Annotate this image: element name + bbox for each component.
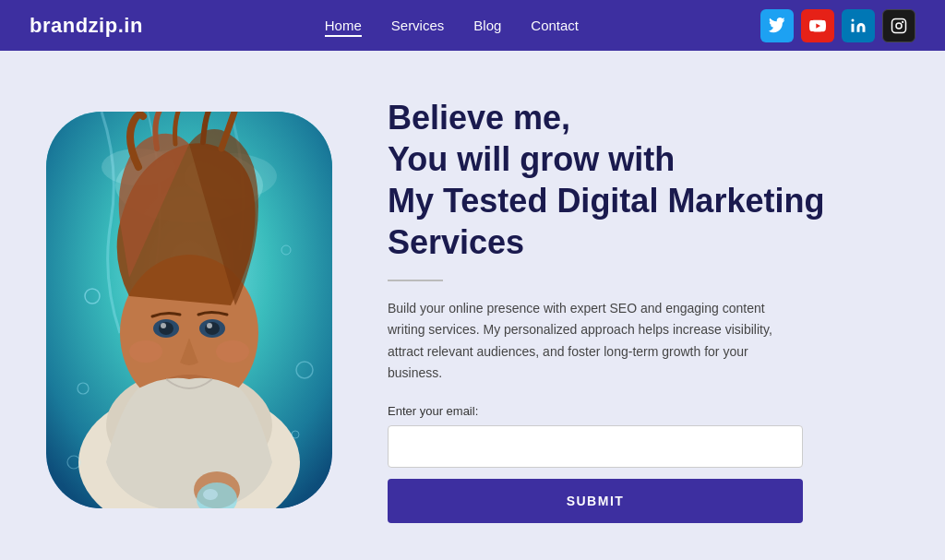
nav-item-home[interactable]: Home	[325, 18, 362, 34]
svg-point-20	[216, 340, 249, 363]
nav-link-contact[interactable]: Contact	[531, 18, 579, 33]
nav-link-blog[interactable]: Blog	[473, 18, 501, 33]
email-input[interactable]	[388, 425, 803, 468]
heading-line4: Services	[388, 223, 524, 261]
svg-point-0	[851, 18, 854, 21]
svg-point-19	[129, 340, 162, 363]
linkedin-icon	[850, 18, 867, 34]
linkedin-button[interactable]	[842, 9, 875, 42]
hero-heading: Believe me, You will grow with My Tested…	[388, 97, 890, 263]
svg-point-3	[902, 20, 903, 22]
email-label: Enter your email:	[388, 404, 890, 418]
svg-rect-1	[891, 18, 905, 32]
social-links	[760, 9, 915, 42]
svg-point-15	[205, 322, 220, 335]
twitter-icon	[769, 18, 785, 34]
navbar: brandzip.in Home Services Blog Contact	[0, 0, 945, 51]
heading-line1: Believe me,	[388, 99, 570, 137]
instagram-button[interactable]	[882, 9, 915, 42]
site-logo[interactable]: brandzip.in	[30, 14, 143, 38]
svg-point-14	[159, 322, 173, 335]
svg-point-17	[207, 323, 212, 328]
youtube-button[interactable]	[801, 9, 834, 42]
hero-description: Build your online presence with expert S…	[388, 298, 794, 383]
svg-point-2	[896, 23, 902, 29]
svg-point-23	[203, 489, 218, 500]
hero-divider	[388, 280, 443, 281]
main-content: Believe me, You will grow with My Tested…	[0, 51, 945, 560]
nav-item-blog[interactable]: Blog	[473, 18, 501, 34]
twitter-button[interactable]	[760, 9, 794, 42]
nav-item-services[interactable]: Services	[391, 18, 445, 34]
hero-image-wrapper	[46, 112, 332, 508]
hero-portrait-svg	[46, 112, 332, 508]
nav-link-services[interactable]: Services	[391, 18, 445, 33]
youtube-icon	[809, 18, 826, 34]
instagram-icon	[891, 18, 907, 34]
nav-links: Home Services Blog Contact	[325, 18, 579, 34]
hero-text-section: Believe me, You will grow with My Tested…	[388, 97, 890, 522]
submit-button[interactable]: SUBMIT	[388, 479, 803, 523]
nav-link-home[interactable]: Home	[325, 18, 362, 37]
hero-image	[46, 112, 332, 508]
heading-line3: My Tested Digital Marketing	[388, 182, 824, 220]
svg-point-16	[161, 323, 166, 328]
nav-item-contact[interactable]: Contact	[531, 18, 579, 34]
heading-line2: You will grow with	[388, 140, 675, 178]
